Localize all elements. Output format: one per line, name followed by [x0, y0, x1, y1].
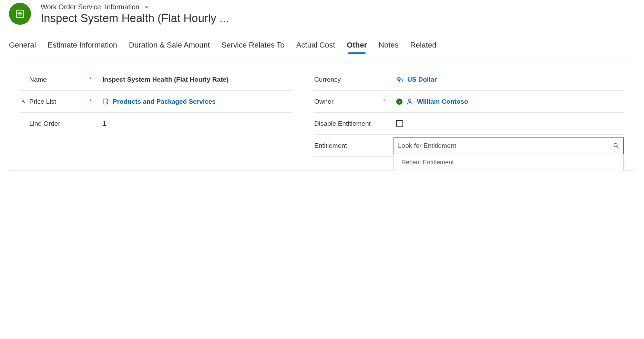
svg-text:$: $ — [398, 78, 399, 80]
field-disable-entitlement-label: Disable Entitlement — [314, 120, 371, 127]
entitlement-lookup-flyout: Recent Entitlement Winery Inc. - Free Wi… — [393, 154, 624, 171]
field-currency-label: Currency — [314, 76, 341, 83]
tab-notes[interactable]: Notes — [379, 41, 398, 52]
tab-estimate-information[interactable]: Estimate Information — [48, 41, 117, 52]
field-name[interactable]: Name * Inspect System Health (Flat Hourl… — [20, 69, 292, 91]
entitlement-lookup-input[interactable] — [393, 137, 624, 154]
form-selector[interactable]: Work Order Service: Information — [41, 3, 229, 11]
form-tabs: General Estimate Information Duration & … — [9, 41, 635, 52]
svg-point-7 — [614, 143, 617, 147]
field-price-list[interactable]: Price List * Products and Packaged Servi… — [20, 91, 292, 113]
lookup-option[interactable]: Winery Inc. - Free Wine Press Maintenanc… — [394, 170, 623, 171]
record-header: Work Order Service: Information Inspect … — [9, 0, 635, 25]
svg-rect-0 — [17, 10, 24, 18]
pricelist-icon — [102, 98, 109, 105]
form-selector-label: Work Order Service: Information — [41, 3, 139, 11]
flyout-recent-header: Recent Entitlement — [394, 154, 623, 170]
field-disable-entitlement[interactable]: Disable Entitlement * — [314, 113, 624, 135]
tab-duration-sale-amount[interactable]: Duration & Sale Amount — [129, 41, 210, 52]
field-currency[interactable]: Currency * $ US Dollar — [314, 69, 624, 91]
presence-available-icon — [396, 99, 402, 105]
field-name-value: Inspect System Health (Flat Hourly Rate) — [96, 76, 292, 83]
field-owner[interactable]: Owner * William Contoso — [314, 91, 624, 113]
svg-line-8 — [617, 146, 619, 148]
currency-icon: $ — [396, 76, 404, 83]
field-owner-value[interactable]: William Contoso — [390, 98, 624, 105]
required-indicator: * — [383, 98, 390, 105]
tab-general[interactable]: General — [9, 41, 36, 52]
field-entitlement-label: Entitlement — [314, 142, 347, 150]
svg-point-1 — [22, 100, 24, 102]
svg-point-4 — [399, 79, 402, 82]
form-section-other: Name * Inspect System Health (Flat Hourl… — [9, 62, 635, 171]
field-price-list-label: Price List — [29, 98, 56, 105]
tab-actual-cost[interactable]: Actual Cost — [296, 41, 335, 52]
record-title: Inspect System Health (Flat Hourly ... — [41, 12, 229, 25]
disable-entitlement-checkbox[interactable] — [396, 120, 403, 127]
field-name-label: Name — [29, 76, 47, 83]
person-icon — [406, 98, 413, 105]
field-entitlement[interactable]: Entitlement * Recent Entitlement — [314, 135, 624, 157]
required-indicator: * — [89, 98, 96, 105]
field-line-order-label: Line Order — [29, 120, 60, 127]
search-icon[interactable] — [613, 142, 620, 149]
field-line-order[interactable]: Line Order * 1 — [20, 113, 292, 135]
required-indicator: * — [89, 76, 96, 83]
field-currency-value[interactable]: $ US Dollar — [390, 76, 624, 83]
tab-related[interactable]: Related — [410, 41, 437, 52]
field-price-list-value[interactable]: Products and Packaged Services — [96, 98, 292, 105]
chevron-down-icon — [143, 3, 150, 10]
tab-other[interactable]: Other — [347, 41, 367, 52]
svg-point-2 — [106, 102, 107, 104]
svg-point-6 — [408, 99, 411, 101]
entity-icon — [9, 3, 31, 25]
field-line-order-value: 1 — [96, 120, 292, 127]
recommend-icon — [20, 99, 27, 104]
field-owner-label: Owner — [314, 98, 334, 105]
tab-service-relates-to[interactable]: Service Relates To — [222, 41, 285, 52]
